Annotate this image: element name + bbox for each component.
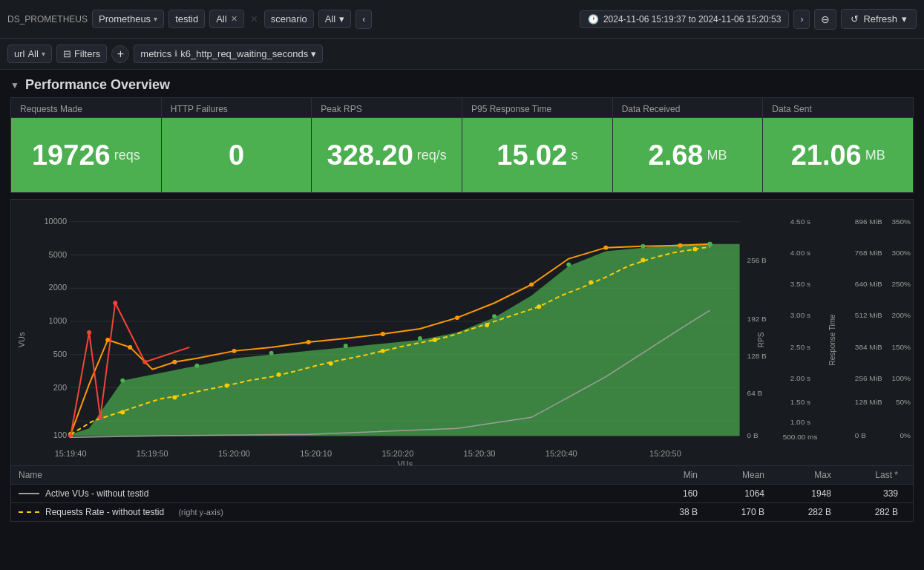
svg-text:RPS: RPS: [757, 332, 765, 347]
svg-text:0 B: 0 B: [855, 431, 866, 439]
scenario-label: scenario: [271, 13, 307, 24]
svg-point-52: [418, 336, 422, 341]
svg-text:1000: 1000: [49, 316, 67, 325]
testid-label: testid: [175, 13, 198, 24]
card-body-peak-rps: 328.20 req/s: [312, 118, 462, 192]
svg-text:15:19:40: 15:19:40: [55, 449, 87, 458]
svg-text:3.00 s: 3.00 s: [790, 311, 810, 319]
legend-row-name-0: Active VUs - without testid: [19, 488, 638, 499]
card-header-peak-rps: Peak RPS: [312, 98, 462, 118]
svg-text:1.00 s: 1.00 s: [790, 418, 810, 426]
time-prev-button[interactable]: ‹: [355, 10, 372, 29]
svg-text:512 MiB: 512 MiB: [855, 311, 882, 319]
svg-point-32: [172, 396, 177, 400]
svg-text:256 MiB: 256 MiB: [855, 374, 882, 382]
legend-min-1: 38 B: [638, 507, 705, 517]
svg-point-21: [172, 360, 177, 364]
svg-point-28: [678, 243, 682, 248]
card-http-failures: HTTP Failures 0: [162, 98, 312, 192]
metrics-label: metrics: [140, 48, 171, 59]
zoom-button[interactable]: ⊖: [814, 9, 836, 30]
legend-min-0: 160: [638, 488, 705, 499]
svg-text:15:20:50: 15:20:50: [649, 449, 681, 458]
card-body-data-sent: 21.06 MB: [763, 118, 913, 192]
svg-text:5000: 5000: [49, 250, 67, 259]
scenario-chevron: ▾: [339, 13, 344, 24]
scenario-filter[interactable]: scenario: [264, 10, 314, 28]
svg-text:500.00 ms: 500.00 ms: [783, 433, 818, 441]
url-chevron: ▾: [42, 50, 45, 58]
card-body-requests-made: 19726 reqs: [11, 118, 161, 192]
card-header-requests-made: Requests Made: [11, 98, 161, 118]
card-body-http-failures: 0: [162, 118, 312, 192]
legend-header: Name Min Mean Max Last *: [11, 466, 913, 485]
url-label: url: [14, 48, 24, 59]
all-filter[interactable]: All ✕: [209, 10, 243, 28]
line-indicator-vus: [19, 493, 39, 494]
line-indicator-rps: [19, 511, 39, 513]
stat-value-failures: 0: [229, 141, 244, 169]
metrics-chevron: ▾: [311, 48, 316, 59]
scenario-all-filter[interactable]: All ▾: [318, 10, 351, 28]
stat-unit-data-sent: MB: [865, 148, 885, 163]
url-selector[interactable]: url All ▾: [7, 45, 52, 63]
section-chevron-icon: ▼: [10, 80, 19, 91]
svg-text:15:20:10: 15:20:10: [300, 449, 332, 458]
svg-point-25: [455, 315, 459, 320]
refresh-chevron: ▾: [902, 13, 907, 24]
svg-point-22: [232, 349, 236, 353]
svg-text:150%: 150%: [891, 343, 911, 351]
time-range-label: 2024-11-06 15:19:37 to 2024-11-06 15:20:…: [603, 14, 782, 24]
filters-button[interactable]: ⊟ Filters: [56, 45, 107, 63]
card-header-p95: P95 Response Time: [462, 98, 612, 118]
time-next-button[interactable]: ›: [793, 10, 810, 29]
card-data-received: Data Received 2.68 MB: [613, 98, 764, 192]
card-header-http-failures: HTTP Failures: [162, 98, 312, 118]
card-header-data-sent: Data Sent: [763, 98, 913, 118]
chart-svg: 10000 5000 2000 1000 500 200 100 VUs: [11, 200, 913, 465]
stat-value-data-received: 2.68: [649, 141, 704, 169]
svg-text:640 MiB: 640 MiB: [855, 280, 882, 288]
main-chart[interactable]: 10000 5000 2000 1000 500 200 100 VUs: [10, 199, 914, 466]
svg-point-55: [640, 244, 645, 249]
legend-name-suffix-1: (right y-axis): [178, 508, 223, 517]
svg-text:4.50 s: 4.50 s: [790, 217, 810, 226]
svg-point-35: [329, 361, 333, 366]
svg-text:300%: 300%: [891, 249, 911, 257]
svg-text:VUs: VUs: [397, 459, 413, 465]
svg-text:500: 500: [53, 350, 67, 358]
svg-point-38: [485, 323, 489, 327]
filter-toolbar: url All ▾ ⊟ Filters + metrics ℹ k6_http_…: [0, 39, 924, 70]
filter-icon: ⊟: [63, 48, 71, 59]
svg-point-19: [105, 338, 110, 342]
stats-cards-row: Requests Made 19726 reqs HTTP Failures 0…: [10, 97, 914, 193]
svg-point-27: [603, 246, 608, 250]
legend-col-mean: Mean: [705, 470, 772, 480]
chart-inner: 10000 5000 2000 1000 500 200 100 VUs: [11, 200, 913, 465]
testid-filter[interactable]: testid: [168, 10, 205, 28]
section-header[interactable]: ▼ Performance Overview: [0, 70, 924, 97]
svg-point-42: [693, 247, 698, 252]
metrics-selector[interactable]: metrics ℹ k6_http_req_waiting_seconds ▾: [134, 45, 323, 63]
add-filter-button[interactable]: +: [111, 45, 129, 63]
svg-point-56: [708, 242, 712, 246]
svg-point-39: [537, 304, 541, 309]
time-range-picker[interactable]: 🕐 2024-11-06 15:19:37 to 2024-11-06 15:2…: [580, 10, 790, 28]
info-icon[interactable]: ℹ: [174, 49, 177, 59]
legend-col-name: Name: [19, 470, 638, 480]
datasource-label: Prometheus: [99, 13, 151, 24]
svg-point-44: [87, 330, 91, 335]
card-data-sent: Data Sent 21.06 MB: [763, 98, 913, 192]
svg-text:15:20:30: 15:20:30: [464, 449, 496, 458]
svg-text:1.50 s: 1.50 s: [790, 398, 810, 406]
all-label: All: [216, 13, 226, 24]
stat-value-data-sent: 21.06: [791, 141, 862, 169]
svg-point-20: [128, 345, 132, 350]
stat-unit-rps: req/s: [417, 148, 447, 163]
close-icon[interactable]: ✕: [231, 14, 237, 24]
svg-text:128 B: 128 B: [747, 352, 767, 360]
svg-text:100%: 100%: [891, 374, 911, 382]
datasource-selector[interactable]: Prometheus ▾: [92, 10, 164, 28]
refresh-button[interactable]: ↺ Refresh ▾: [841, 9, 917, 29]
svg-text:250%: 250%: [891, 280, 911, 288]
